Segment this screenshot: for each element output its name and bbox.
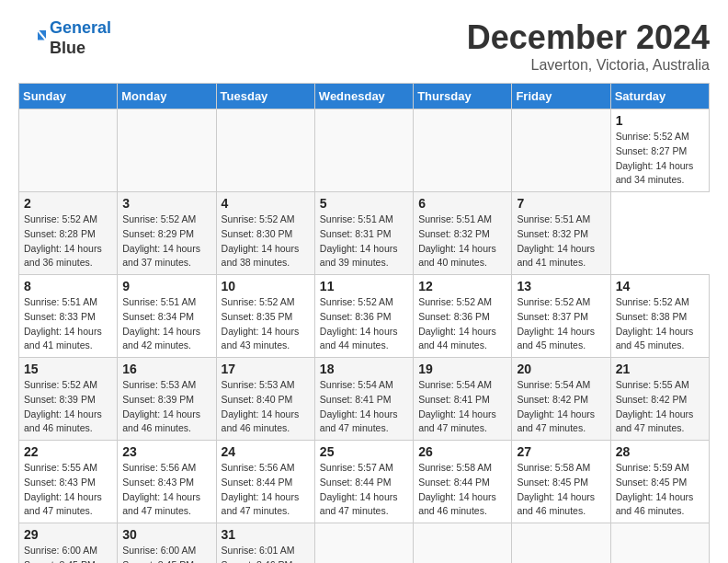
day-info: Sunrise: 5:52 AMSunset: 8:28 PMDaylight:… <box>24 213 112 270</box>
calendar-cell <box>414 109 512 192</box>
calendar-cell: 13Sunrise: 5:52 AMSunset: 8:37 PMDayligh… <box>512 275 610 358</box>
calendar-cell: 11Sunrise: 5:52 AMSunset: 8:36 PMDayligh… <box>314 275 413 358</box>
calendar-cell: 8Sunrise: 5:51 AMSunset: 8:33 PMDaylight… <box>19 275 118 358</box>
day-number: 12 <box>418 279 506 293</box>
day-info: Sunrise: 5:55 AMSunset: 8:42 PMDaylight:… <box>616 378 704 436</box>
calendar-cell: 17Sunrise: 5:53 AMSunset: 8:40 PMDayligh… <box>216 358 314 441</box>
day-info: Sunrise: 5:53 AMSunset: 8:39 PMDaylight:… <box>122 378 210 436</box>
day-info: Sunrise: 5:59 AMSunset: 8:45 PMDaylight:… <box>616 461 704 519</box>
location-title: Laverton, Victoria, Australia <box>467 57 710 74</box>
calendar-cell: 22Sunrise: 5:55 AMSunset: 8:43 PMDayligh… <box>19 441 118 523</box>
day-number: 31 <box>222 527 310 542</box>
calendar-cell: 15Sunrise: 5:52 AMSunset: 8:39 PMDayligh… <box>19 358 118 441</box>
calendar-cell <box>314 523 413 564</box>
day-number: 17 <box>222 362 310 376</box>
calendar-cell: 1Sunrise: 5:52 AMSunset: 8:27 PMDaylight… <box>610 109 709 192</box>
day-number: 9 <box>122 279 210 293</box>
day-info: Sunrise: 5:56 AMSunset: 8:44 PMDaylight:… <box>222 461 310 519</box>
day-number: 4 <box>222 196 310 211</box>
calendar-cell: 25Sunrise: 5:57 AMSunset: 8:44 PMDayligh… <box>314 441 413 523</box>
day-info: Sunrise: 5:52 AMSunset: 8:35 PMDaylight:… <box>222 295 310 353</box>
day-number: 24 <box>222 444 310 459</box>
calendar-week-6: 29Sunrise: 6:00 AMSunset: 8:45 PMDayligh… <box>19 523 710 564</box>
day-number: 3 <box>122 196 210 211</box>
day-info: Sunrise: 5:52 AMSunset: 8:30 PMDaylight:… <box>222 213 310 270</box>
calendar-week-3: 8Sunrise: 5:51 AMSunset: 8:33 PMDaylight… <box>19 275 710 358</box>
day-number: 29 <box>24 527 112 542</box>
calendar-cell <box>610 523 709 564</box>
day-number: 10 <box>222 279 310 293</box>
calendar-cell: 16Sunrise: 5:53 AMSunset: 8:39 PMDayligh… <box>118 358 216 441</box>
day-info: Sunrise: 5:52 AMSunset: 8:37 PMDaylight:… <box>517 295 605 353</box>
day-number: 23 <box>122 444 210 459</box>
calendar-cell <box>512 523 610 564</box>
calendar-cell: 7Sunrise: 5:51 AMSunset: 8:32 PMDaylight… <box>512 192 610 275</box>
day-info: Sunrise: 5:52 AMSunset: 8:36 PMDaylight:… <box>418 295 506 353</box>
day-info: Sunrise: 5:54 AMSunset: 8:41 PMDaylight:… <box>418 378 506 436</box>
day-info: Sunrise: 5:51 AMSunset: 8:32 PMDaylight:… <box>418 213 506 270</box>
column-header-friday: Friday <box>512 84 610 109</box>
calendar-week-4: 15Sunrise: 5:52 AMSunset: 8:39 PMDayligh… <box>19 358 710 441</box>
day-info: Sunrise: 6:00 AMSunset: 8:45 PMDaylight:… <box>122 544 210 563</box>
day-number: 5 <box>320 196 408 211</box>
day-info: Sunrise: 5:53 AMSunset: 8:40 PMDaylight:… <box>222 378 310 436</box>
day-number: 18 <box>320 362 408 376</box>
calendar-cell: 21Sunrise: 5:55 AMSunset: 8:42 PMDayligh… <box>610 358 709 441</box>
column-header-tuesday: Tuesday <box>216 84 314 109</box>
column-header-monday: Monday <box>118 84 216 109</box>
day-number: 25 <box>320 444 408 459</box>
column-header-sunday: Sunday <box>19 84 118 109</box>
day-info: Sunrise: 5:51 AMSunset: 8:34 PMDaylight:… <box>122 295 210 353</box>
column-header-wednesday: Wednesday <box>314 84 413 109</box>
calendar-cell: 12Sunrise: 5:52 AMSunset: 8:36 PMDayligh… <box>414 275 512 358</box>
calendar-cell: 28Sunrise: 5:59 AMSunset: 8:45 PMDayligh… <box>610 441 709 523</box>
day-number: 16 <box>122 362 210 376</box>
calendar-cell: 30Sunrise: 6:00 AMSunset: 8:45 PMDayligh… <box>118 523 216 564</box>
calendar-week-5: 22Sunrise: 5:55 AMSunset: 8:43 PMDayligh… <box>19 441 710 523</box>
calendar-cell: 9Sunrise: 5:51 AMSunset: 8:34 PMDaylight… <box>118 275 216 358</box>
day-info: Sunrise: 5:52 AMSunset: 8:29 PMDaylight:… <box>122 213 210 270</box>
day-number: 20 <box>517 362 605 376</box>
calendar-cell: 10Sunrise: 5:52 AMSunset: 8:35 PMDayligh… <box>216 275 314 358</box>
calendar-cell: 14Sunrise: 5:52 AMSunset: 8:38 PMDayligh… <box>610 275 709 358</box>
day-number: 2 <box>24 196 112 211</box>
page-header: General Blue December 2024 Laverton, Vic… <box>18 18 710 74</box>
logo-icon <box>18 25 46 52</box>
calendar-cell <box>314 109 413 192</box>
day-number: 19 <box>418 362 506 376</box>
day-number: 28 <box>616 444 704 459</box>
day-number: 21 <box>616 362 704 376</box>
day-number: 8 <box>24 279 112 293</box>
day-info: Sunrise: 5:54 AMSunset: 8:42 PMDaylight:… <box>517 378 605 436</box>
calendar-cell: 23Sunrise: 5:56 AMSunset: 8:43 PMDayligh… <box>118 441 216 523</box>
calendar-cell: 18Sunrise: 5:54 AMSunset: 8:41 PMDayligh… <box>314 358 413 441</box>
calendar-cell: 29Sunrise: 6:00 AMSunset: 8:45 PMDayligh… <box>19 523 118 564</box>
calendar-table: SundayMondayTuesdayWednesdayThursdayFrid… <box>18 83 710 563</box>
day-info: Sunrise: 5:58 AMSunset: 8:44 PMDaylight:… <box>418 461 506 519</box>
day-info: Sunrise: 5:52 AMSunset: 8:38 PMDaylight:… <box>616 295 704 353</box>
day-info: Sunrise: 5:52 AMSunset: 8:39 PMDaylight:… <box>24 378 112 436</box>
day-info: Sunrise: 5:56 AMSunset: 8:43 PMDaylight:… <box>122 461 210 519</box>
logo: General Blue <box>18 18 111 58</box>
day-number: 6 <box>418 196 506 211</box>
calendar-cell: 19Sunrise: 5:54 AMSunset: 8:41 PMDayligh… <box>414 358 512 441</box>
calendar-cell: 2Sunrise: 5:52 AMSunset: 8:28 PMDaylight… <box>19 192 118 275</box>
calendar-cell <box>512 109 610 192</box>
day-number: 22 <box>24 444 112 459</box>
calendar-cell: 31Sunrise: 6:01 AMSunset: 8:46 PMDayligh… <box>216 523 314 564</box>
calendar-cell: 4Sunrise: 5:52 AMSunset: 8:30 PMDaylight… <box>216 192 314 275</box>
day-info: Sunrise: 5:54 AMSunset: 8:41 PMDaylight:… <box>320 378 408 436</box>
day-info: Sunrise: 6:01 AMSunset: 8:46 PMDaylight:… <box>222 544 310 563</box>
day-number: 27 <box>517 444 605 459</box>
calendar-cell <box>118 109 216 192</box>
day-number: 30 <box>122 527 210 542</box>
day-info: Sunrise: 5:51 AMSunset: 8:32 PMDaylight:… <box>517 213 605 270</box>
day-number: 1 <box>616 113 704 128</box>
day-info: Sunrise: 5:51 AMSunset: 8:31 PMDaylight:… <box>320 213 408 270</box>
day-info: Sunrise: 5:52 AMSunset: 8:27 PMDaylight:… <box>616 130 704 188</box>
calendar-week-1: 1Sunrise: 5:52 AMSunset: 8:27 PMDaylight… <box>19 109 710 192</box>
day-info: Sunrise: 6:00 AMSunset: 8:45 PMDaylight:… <box>24 544 112 563</box>
calendar-cell: 6Sunrise: 5:51 AMSunset: 8:32 PMDaylight… <box>414 192 512 275</box>
calendar-cell <box>19 109 118 192</box>
calendar-cell: 5Sunrise: 5:51 AMSunset: 8:31 PMDaylight… <box>314 192 413 275</box>
